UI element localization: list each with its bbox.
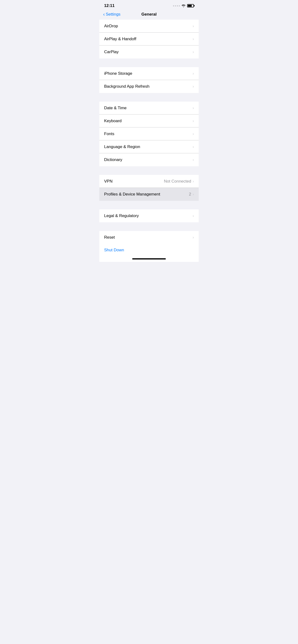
chevron-right-icon: › [193, 192, 194, 196]
keyboard-label: Keyboard [104, 118, 122, 124]
battery-icon [187, 4, 194, 8]
carplay-label: CarPlay [104, 50, 118, 54]
row-dictionary[interactable]: Dictionary › [99, 153, 199, 166]
chevron-right-icon: › [193, 236, 194, 239]
chevron-right-icon: › [193, 37, 194, 41]
legal-regulatory-label: Legal & Regulatory [104, 214, 139, 218]
row-legal-regulatory[interactable]: Legal & Regulatory › [99, 210, 199, 222]
navigation-bar: ‹ Settings General [99, 10, 199, 20]
chevron-right-icon: › [193, 158, 194, 162]
section-connectivity: AirDrop › AirPlay & Handoff › CarPlay › [99, 20, 199, 58]
section-storage: iPhone Storage › Background App Refresh … [99, 67, 199, 93]
row-background-app-refresh[interactable]: Background App Refresh › [99, 80, 199, 93]
section-legal: Legal & Regulatory › [99, 210, 199, 222]
language-region-label: Language & Region [104, 144, 140, 149]
airplay-handoff-label: AirPlay & Handoff [104, 37, 136, 42]
status-time: 12:11 [104, 3, 114, 8]
row-carplay[interactable]: CarPlay › [99, 46, 199, 58]
section-network: VPN Not Connected › Profiles & Device Ma… [99, 175, 199, 201]
row-vpn[interactable]: VPN Not Connected › [99, 175, 199, 188]
section-system: Date & Time › Keyboard › Fonts › Langu [99, 102, 199, 166]
airdrop-label: AirDrop [104, 24, 118, 28]
home-indicator [99, 256, 199, 262]
section-divider-2 [99, 93, 199, 102]
row-reset[interactable]: Reset › [99, 231, 199, 244]
row-airdrop[interactable]: AirDrop › [99, 20, 199, 32]
vpn-label: VPN [104, 179, 112, 184]
section-divider-4 [99, 201, 199, 210]
date-time-label: Date & Time [104, 106, 127, 110]
home-bar [132, 258, 166, 260]
reset-label: Reset [104, 235, 115, 240]
row-keyboard[interactable]: Keyboard › [99, 114, 199, 128]
row-airplay-handoff[interactable]: AirPlay & Handoff › [99, 32, 199, 46]
chevron-right-icon: › [193, 180, 194, 183]
profiles-value: 2 [189, 192, 191, 197]
back-button[interactable]: ‹ Settings [103, 12, 120, 17]
chevron-right-icon: › [193, 119, 194, 123]
chevron-right-icon: › [193, 106, 194, 110]
shut-down-label: Shut Down [104, 248, 124, 252]
row-fonts[interactable]: Fonts › [99, 128, 199, 140]
section-reset: Reset › [99, 231, 199, 244]
chevron-right-icon: › [193, 84, 194, 88]
background-app-refresh-label: Background App Refresh [104, 84, 150, 89]
chevron-right-icon: › [193, 214, 194, 218]
dictionary-label: Dictionary [104, 158, 122, 162]
signal-dots-icon [173, 5, 180, 6]
row-profiles[interactable]: Profiles & Device Management 2 › [99, 188, 199, 201]
row-iphone-storage[interactable]: iPhone Storage › [99, 67, 199, 80]
settings-content: AirDrop › AirPlay & Handoff › CarPlay › [99, 20, 199, 272]
wifi-icon [181, 4, 186, 8]
row-date-time[interactable]: Date & Time › [99, 102, 199, 114]
iphone-storage-label: iPhone Storage [104, 71, 132, 76]
row-language-region[interactable]: Language & Region › [99, 140, 199, 153]
chevron-right-icon: › [193, 145, 194, 149]
chevron-right-icon: › [193, 72, 194, 76]
vpn-value: Not Connected [164, 179, 191, 184]
section-divider-1 [99, 58, 199, 67]
shut-down-row[interactable]: Shut Down [99, 244, 199, 256]
status-bar: 12:11 [99, 0, 199, 10]
back-label: Settings [106, 12, 120, 17]
back-chevron-icon: ‹ [103, 12, 105, 16]
chevron-right-icon: › [193, 132, 194, 136]
profiles-label: Profiles & Device Management [104, 192, 160, 197]
chevron-right-icon: › [193, 24, 194, 28]
chevron-right-icon: › [193, 50, 194, 54]
status-icons [173, 4, 194, 8]
section-divider-3 [99, 166, 199, 175]
section-divider-5 [99, 222, 199, 231]
page-title: General [141, 12, 157, 17]
fonts-label: Fonts [104, 132, 114, 136]
